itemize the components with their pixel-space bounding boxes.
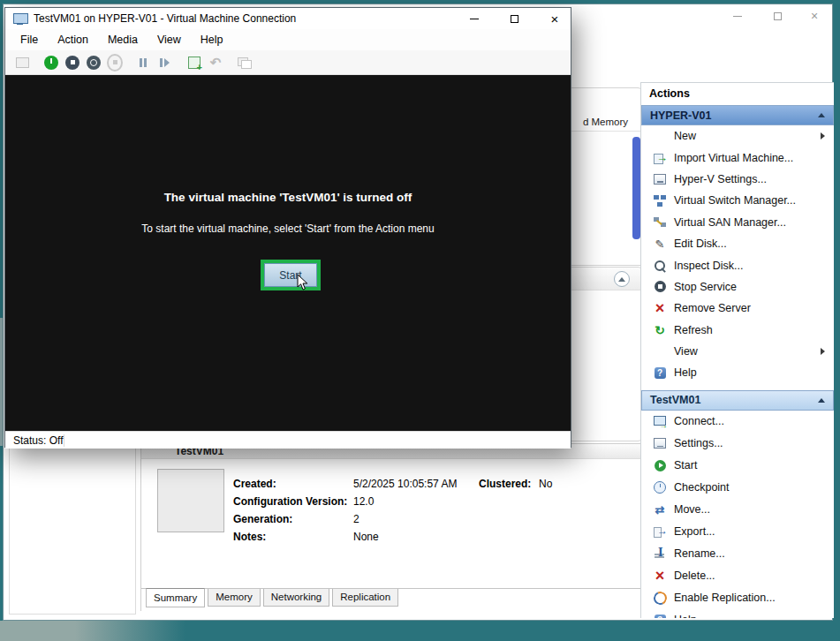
rename-icon	[653, 547, 667, 561]
action-label: Rename...	[674, 547, 725, 560]
desktop-bottom-strip	[0, 621, 840, 641]
screens-icon[interactable]	[237, 55, 253, 71]
tab-replication[interactable]: Replication	[332, 589, 398, 607]
start-button[interactable]: Start	[264, 263, 317, 287]
checkpoint-icon	[653, 480, 667, 494]
generation-value: 2	[353, 513, 359, 525]
action-item-view[interactable]: View	[641, 341, 834, 362]
vm-maximize-button[interactable]	[499, 8, 529, 29]
action-item-connect[interactable]: Connect...	[641, 411, 834, 433]
manager-close-button[interactable]: ×	[799, 7, 829, 25]
list-scrollbar[interactable]	[632, 137, 640, 239]
details-tabs: Summary Memory Networking Replication	[141, 588, 642, 611]
refresh-icon	[653, 323, 667, 337]
start-button-highlight: Start	[261, 260, 321, 290]
action-item-refresh[interactable]: Refresh	[641, 320, 834, 341]
action-label: Checkpoint	[674, 481, 730, 494]
action-item-delete[interactable]: Delete...	[641, 565, 834, 587]
notes-value: None	[353, 531, 379, 543]
action-item-stop-service[interactable]: Stop Service	[641, 276, 834, 298]
shut-down-icon[interactable]	[86, 55, 102, 71]
action-item-help-server[interactable]: Help	[641, 362, 834, 383]
revert-icon[interactable]	[208, 55, 223, 71]
turn-off-icon[interactable]	[64, 55, 80, 71]
maximize-icon	[511, 15, 518, 23]
manager-minimize-button[interactable]	[723, 7, 753, 25]
section-header-hyper-v01[interactable]: HYPER-V01	[641, 105, 834, 125]
close-icon: ×	[811, 10, 818, 22]
action-label: Connect...	[674, 415, 724, 427]
action-label: Start	[674, 459, 697, 471]
vm-close-button[interactable]: ×	[540, 8, 570, 29]
action-item-rename[interactable]: Rename...	[641, 543, 834, 565]
tab-networking[interactable]: Networking	[263, 589, 330, 607]
blank-icon	[653, 344, 667, 358]
checkpoints-collapse-button[interactable]	[614, 271, 630, 287]
vm-thumbnail	[157, 469, 224, 532]
vm-off-message: The virtual machine 'TestVM01' is turned…	[5, 191, 571, 204]
enable-replication-icon	[653, 591, 667, 605]
save-icon[interactable]	[107, 55, 123, 71]
action-item-start[interactable]: Start	[641, 455, 834, 477]
configuration-version-value: 12.0	[353, 495, 374, 508]
action-label: Enable Replication...	[674, 592, 776, 604]
step-icon[interactable]	[157, 55, 173, 71]
tab-memory[interactable]: Memory	[208, 589, 261, 607]
section-header-testvm01[interactable]: TestVM01	[641, 390, 834, 411]
action-item-inspect-disk[interactable]: Inspect Disk...	[641, 254, 834, 275]
action-label: Hyper-V Settings...	[674, 173, 767, 185]
checkpoint-icon[interactable]	[186, 55, 202, 71]
vm-window-titlebar[interactable]: TestVM01 on HYPER-V01 - Virtual Machine …	[5, 8, 571, 29]
section-title: HYPER-V01	[650, 109, 711, 122]
vm-minimize-button[interactable]	[459, 8, 489, 29]
menu-file[interactable]: File	[11, 29, 48, 50]
help-icon	[653, 366, 667, 380]
minimize-icon	[733, 16, 742, 17]
help-icon	[653, 613, 667, 618]
menu-view[interactable]: View	[148, 29, 191, 50]
action-item-move[interactable]: Move...	[641, 499, 834, 521]
virtual-switch-icon	[653, 193, 667, 207]
vm-window-title: TestVM01 on HYPER-V01 - Virtual Machine …	[34, 12, 296, 25]
menu-media[interactable]: Media	[98, 29, 148, 50]
import-icon	[653, 151, 667, 165]
status-bar-divider	[64, 434, 64, 447]
action-item-help-vm[interactable]: Help	[641, 609, 834, 618]
action-item-virtual-san-manager[interactable]: Virtual SAN Manager...	[641, 212, 834, 233]
action-label: Virtual SAN Manager...	[674, 216, 786, 229]
chevron-up-icon	[818, 113, 825, 117]
action-item-settings[interactable]: Settings...	[641, 433, 834, 455]
chevron-up-icon	[618, 277, 625, 282]
action-item-edit-disk[interactable]: Edit Disk...	[641, 233, 834, 254]
menu-action[interactable]: Action	[48, 29, 98, 50]
power-on-icon[interactable]	[43, 55, 59, 71]
vm-connection-app-icon	[13, 13, 26, 25]
action-item-virtual-switch-manager[interactable]: Virtual Switch Manager...	[641, 190, 834, 211]
action-label: Move...	[674, 503, 710, 516]
vm-off-hint: To start the virtual machine, select 'St…	[5, 222, 571, 235]
pause-icon[interactable]	[136, 55, 152, 71]
action-label: Virtual Switch Manager...	[674, 194, 796, 207]
tab-summary[interactable]: Summary	[146, 588, 205, 607]
actions-pane: Actions HYPER-V01 New Import Virtual Mac…	[640, 82, 834, 618]
action-item-export[interactable]: Export...	[641, 521, 834, 543]
move-icon	[653, 502, 667, 517]
vm-details-panel: TestVM01 Created: 5/2/2025 10:05:57 AM C…	[140, 443, 643, 611]
action-item-enable-replication[interactable]: Enable Replication...	[641, 587, 834, 609]
action-item-import-virtual-machine[interactable]: Import Virtual Machine...	[641, 147, 834, 168]
ctrl-alt-del-icon[interactable]	[14, 55, 30, 71]
action-label: Settings...	[674, 437, 723, 449]
vm-toolbar	[5, 50, 571, 75]
created-value: 5/2/2025 10:05:57 AM	[353, 478, 457, 490]
menu-help[interactable]: Help	[191, 29, 233, 50]
action-item-new[interactable]: New	[641, 125, 834, 147]
notes-label: Notes:	[233, 531, 266, 543]
action-item-checkpoint[interactable]: Checkpoint	[641, 477, 834, 499]
generation-label: Generation:	[233, 513, 292, 525]
inspect-disk-icon	[653, 259, 667, 273]
remove-server-icon	[653, 301, 667, 315]
manager-maximize-button[interactable]	[762, 7, 792, 25]
action-item-remove-server[interactable]: Remove Server	[641, 298, 834, 319]
action-label: View	[674, 345, 698, 358]
action-item-hyper-v-settings[interactable]: Hyper-V Settings...	[641, 169, 834, 190]
